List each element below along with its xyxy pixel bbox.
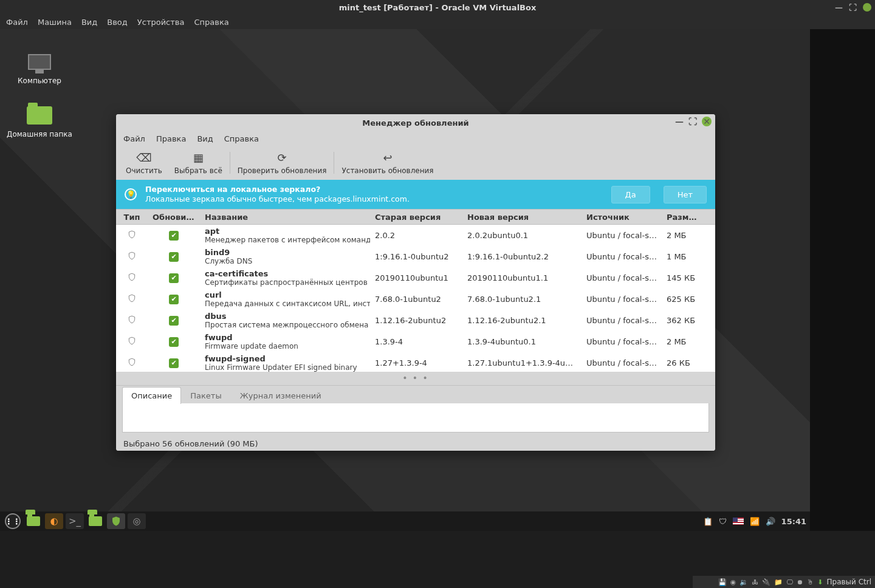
col-old-version[interactable]: Старая версия (370, 213, 462, 222)
col-new-version[interactable]: Новая версия (462, 213, 582, 222)
taskbar-show-desktop[interactable] (24, 513, 43, 529)
toolbar-separator (230, 152, 230, 174)
host-close-button[interactable] (863, 3, 871, 12)
security-shield-icon (128, 272, 136, 282)
tray-clock[interactable]: 15:41 (781, 517, 806, 526)
host-minimize-button[interactable]: — (835, 3, 843, 12)
vm-menu-machine[interactable]: Машина (38, 18, 72, 27)
old-version: 1.3.9-4 (370, 337, 462, 346)
taskbar-app[interactable]: ◎ (128, 513, 146, 529)
package-name: curl (205, 290, 365, 299)
new-version: 1.27.1ubuntu1+1.3.9-4ubuntu0.1 (462, 358, 582, 368)
tray-volume-icon[interactable]: 🔊 (766, 517, 775, 526)
table-row[interactable]: ✔fwupdFirmware update daemon1.3.9-41.3.9… (116, 331, 715, 352)
app-close-button[interactable]: ✕ (702, 117, 712, 126)
taskbar-terminal[interactable]: >_ (66, 513, 84, 529)
app-menu-file[interactable]: Файл (123, 134, 145, 143)
lightbulb-icon: 💡 (125, 188, 137, 200)
vb-usb-icon[interactable]: 🔌 (762, 578, 770, 586)
mint-taskbar: ⋮⋮ ◐ >_ ◎ 📋 🛡 📶 🔊 15:41 (0, 511, 810, 531)
old-version: 1:9.16.1-0ubuntu2 (370, 252, 462, 261)
updates-table: Тип Обновить Название Старая версия Нова… (116, 209, 715, 451)
upgrade-checkbox[interactable]: ✔ (169, 231, 179, 241)
vb-hostkey-label: Правый Ctrl (826, 578, 871, 586)
host-titlebar: mint_test [Работает] - Oracle VM Virtual… (0, 0, 875, 15)
old-version: 1.12.16-2ubuntu2 (370, 316, 462, 325)
tray-shield-icon[interactable]: 🛡 (719, 517, 727, 526)
upgrade-checkbox[interactable]: ✔ (169, 273, 179, 283)
vm-menu-help[interactable]: Справка (194, 18, 228, 27)
col-source[interactable]: Источник (582, 213, 662, 222)
upgrade-checkbox[interactable]: ✔ (169, 337, 179, 347)
table-row[interactable]: ✔bind9Служба DNS1:9.16.1-0ubuntu21:9.16.… (116, 246, 715, 267)
host-maximize-button[interactable]: ⛶ (849, 3, 857, 12)
toolbar-separator (334, 152, 334, 174)
package-size: 145 КБ (662, 273, 703, 282)
vm-menu-file[interactable]: Файл (6, 18, 28, 27)
vb-net-icon[interactable]: 🖧 (752, 578, 758, 586)
mint-menu-button[interactable]: ⋮⋮ (4, 513, 22, 529)
tab-packages[interactable]: Пакеты (181, 387, 230, 404)
vb-mouse-icon[interactable]: 🖱 (807, 578, 814, 586)
table-row[interactable]: ✔curlПередача данных с синтаксисом URL, … (116, 289, 715, 310)
toolbar-select-all-button[interactable]: ▦Выбрать всё (168, 147, 228, 179)
tray-clipboard-icon[interactable]: 📋 (703, 517, 713, 526)
desktop-icon-computer[interactable]: Компьютер (6, 50, 73, 85)
vb-cd-icon[interactable]: ◉ (730, 578, 736, 586)
security-shield-icon (128, 336, 136, 346)
table-row[interactable]: ✔fwupd-signedLinux Firmware Updater EFI … (116, 352, 715, 372)
desktop-icon-home[interactable]: Домашняя папка (6, 103, 73, 138)
new-version: 7.68.0-1ubuntu2.1 (462, 295, 582, 304)
vb-display-icon[interactable]: 🖵 (786, 578, 793, 586)
app-title: Менеджер обновлений (362, 118, 468, 128)
package-source: Ubuntu / focal-security (582, 295, 662, 304)
tab-description[interactable]: Описание (122, 387, 181, 404)
vb-hd-icon[interactable]: 💾 (718, 578, 727, 586)
taskbar-files[interactable] (86, 513, 105, 529)
package-name: ca-certificates (205, 269, 365, 278)
col-type[interactable]: Тип (116, 213, 148, 222)
upgrade-checkbox[interactable]: ✔ (169, 316, 179, 326)
table-row[interactable]: ✔aptМенеджер пакетов с интерфейсом коман… (116, 225, 715, 246)
banner-title: Переключиться на локальное зеркало? (145, 185, 598, 194)
col-upgrade[interactable]: Обновить (148, 213, 200, 222)
app-titlebar[interactable]: Менеджер обновлений — ⛶ ✕ (116, 114, 715, 131)
upgrade-checkbox[interactable]: ✔ (169, 252, 179, 262)
vb-record-icon[interactable]: ⏺ (797, 578, 803, 586)
col-size[interactable]: Размер (662, 213, 703, 222)
app-menu-help[interactable]: Справка (224, 134, 259, 143)
tray-keyboard-layout[interactable] (733, 518, 744, 525)
refresh-icon: ⟳ (278, 151, 287, 164)
vb-shared-icon[interactable]: 📁 (774, 578, 783, 586)
taskbar-update-manager[interactable] (107, 513, 125, 529)
col-name[interactable]: Название (200, 213, 370, 222)
taskbar-firefox[interactable]: ◐ (45, 513, 63, 529)
tray-network-icon[interactable]: 📶 (750, 517, 760, 526)
toolbar-install-button[interactable]: ↩Установить обновления (335, 147, 439, 179)
app-maximize-button[interactable]: ⛶ (688, 117, 697, 126)
package-source: Ubuntu / focal-security (582, 231, 662, 240)
old-version: 2.0.2 (370, 231, 462, 240)
vm-menu-view[interactable]: Вид (81, 18, 97, 27)
package-size: 1 МБ (662, 252, 703, 261)
clear-icon: ⌫ (136, 151, 151, 164)
folder-icon (27, 106, 52, 125)
toolbar-clear-button[interactable]: ⌫Очистить (120, 147, 168, 179)
table-header: Тип Обновить Название Старая версия Нова… (116, 209, 715, 225)
table-row[interactable]: ✔dbusПростая система межпроцессного обме… (116, 310, 715, 331)
tab-changelog[interactable]: Журнал изменений (231, 387, 331, 404)
banner-no-button[interactable]: Нет (664, 186, 707, 203)
table-row[interactable]: ✔ca-certificatesСертификаты распространё… (116, 267, 715, 289)
upgrade-checkbox[interactable]: ✔ (169, 295, 179, 304)
upgrade-checkbox[interactable]: ✔ (169, 358, 179, 368)
vm-menu-input[interactable]: Ввод (107, 18, 128, 27)
app-minimize-button[interactable]: — (675, 117, 684, 126)
table-body[interactable]: ✔aptМенеджер пакетов с интерфейсом коман… (116, 225, 715, 372)
toolbar-refresh-button[interactable]: ⟳Проверить обновления (232, 147, 333, 179)
banner-yes-button[interactable]: Да (611, 186, 650, 203)
app-menu-view[interactable]: Вид (197, 134, 213, 143)
vm-menu-devices[interactable]: Устройства (137, 18, 185, 27)
vb-audio-icon[interactable]: 🔉 (739, 578, 748, 586)
vb-guest-additions-icon[interactable]: ⬇ (817, 578, 823, 586)
app-menu-edit[interactable]: Правка (156, 134, 186, 143)
